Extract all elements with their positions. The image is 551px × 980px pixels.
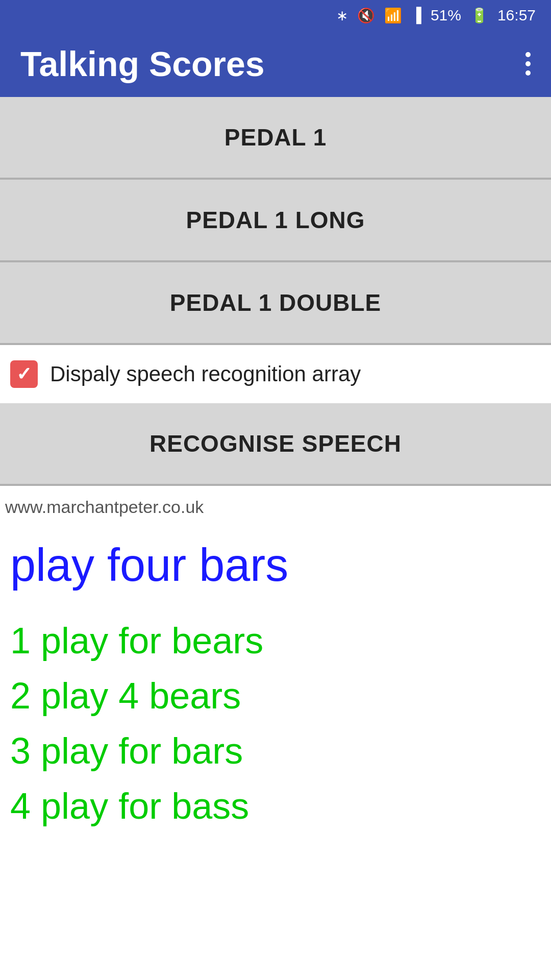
pedal1-button[interactable]: PEDAL 1 xyxy=(0,97,551,180)
app-bar: Talking Scores xyxy=(0,31,551,97)
main-content: PEDAL 1 PEDAL 1 LONG PEDAL 1 DOUBLE Disp… xyxy=(0,97,551,980)
speech-recognition-checkbox[interactable] xyxy=(10,360,38,388)
time-display: 16:57 xyxy=(497,7,536,24)
overflow-menu-icon[interactable] xyxy=(525,52,531,76)
suggestion-item-4: 4 play for bass xyxy=(10,778,541,834)
app-title: Talking Scores xyxy=(20,44,265,84)
mute-icon: 🔇 xyxy=(357,7,375,24)
recognized-text: play four bars xyxy=(10,537,541,593)
signal-icon: ▐ xyxy=(411,7,421,23)
battery-icon: 🔋 xyxy=(470,7,488,24)
status-bar: ∗ 🔇 📶 ▐ 51% 🔋 16:57 xyxy=(0,0,551,31)
checkbox-row: Dispaly speech recognition array xyxy=(0,345,551,403)
website-link: www.marchantpeter.co.uk xyxy=(0,486,551,522)
wifi-icon: 📶 xyxy=(384,7,402,24)
speech-result-area: play four bars 1 play for bears2 play 4 … xyxy=(0,522,551,980)
suggestion-item-1: 1 play for bears xyxy=(10,613,541,668)
pedal1-double-button[interactable]: PEDAL 1 DOUBLE xyxy=(0,262,551,345)
suggestion-item-2: 2 play 4 bears xyxy=(10,668,541,723)
pedal1-long-button[interactable]: PEDAL 1 LONG xyxy=(0,180,551,262)
battery-percent: 51% xyxy=(431,7,461,24)
bluetooth-icon: ∗ xyxy=(336,7,348,24)
suggestion-item-3: 3 play for bars xyxy=(10,723,541,778)
checkbox-label[interactable]: Dispaly speech recognition array xyxy=(50,362,361,386)
recognise-speech-button[interactable]: RECOGNISE SPEECH xyxy=(0,403,551,486)
suggestions-list: 1 play for bears2 play 4 bears3 play for… xyxy=(10,613,541,834)
